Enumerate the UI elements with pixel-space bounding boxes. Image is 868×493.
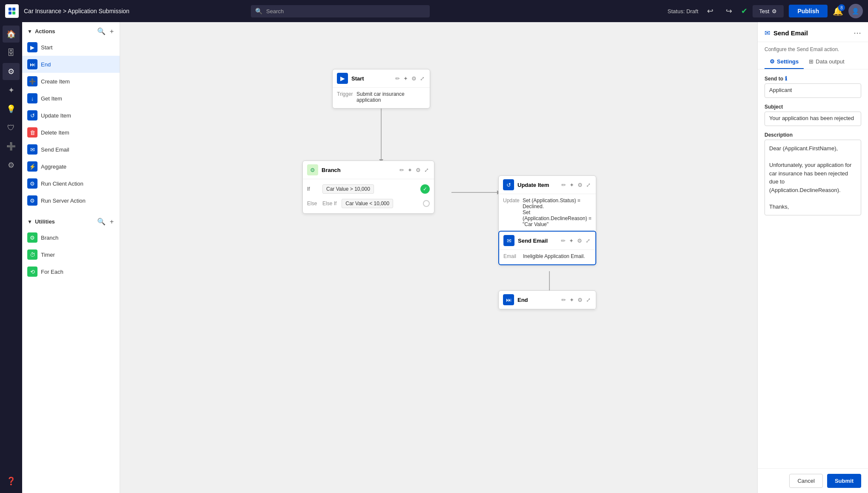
branch-node[interactable]: ⚙ Branch ✏ ✦ ⚙ ⤢ If Car Value > 10,000 ✓ xyxy=(302,161,434,214)
update-node-icon: ↺ xyxy=(503,179,514,190)
start-cross-btn[interactable]: ✦ xyxy=(402,75,409,83)
send-email-node[interactable]: ✉ Send Email ✏ ✦ ⚙ ⤢ Email Ineligible Ap… xyxy=(498,231,596,265)
canvas-area[interactable]: ▶ Start ✏ ✦ ⚙ ⤢ Trigger Submit car insur… xyxy=(120,22,757,493)
search-container: 🔍 xyxy=(251,5,430,17)
notifications-button[interactable]: 🔔 8 xyxy=(833,6,843,16)
update-value1: Set (Application.Status) = Declined. xyxy=(523,198,592,209)
sidebar-item-end-label: End xyxy=(41,61,51,68)
actions-section-title: Actions xyxy=(35,28,94,34)
search-input[interactable] xyxy=(251,5,430,17)
description-value[interactable]: Dear (Applicant.FirstName), Unfortunatel… xyxy=(765,140,861,215)
end-cross-btn[interactable]: ✦ xyxy=(569,296,575,304)
branch-edit-btn[interactable]: ✏ xyxy=(399,166,405,174)
rail-ai[interactable]: ✦ xyxy=(3,82,20,99)
start-node-body: Trigger Submit car insurance application xyxy=(333,88,430,108)
sidebar-item-delete-item[interactable]: 🗑 Delete Item xyxy=(22,124,120,141)
send-email-edit-btn[interactable]: ✏ xyxy=(560,237,566,245)
sidebar-item-run-client[interactable]: ⚙ Run Client Action xyxy=(22,175,120,192)
send-to-value[interactable]: Applicant xyxy=(765,83,861,98)
sidebar-item-timer[interactable]: ⏱ Timer xyxy=(22,246,120,263)
sidebar-item-end[interactable]: ⏭ End xyxy=(22,56,120,73)
else-label: Else xyxy=(307,201,319,206)
sidebar-item-run-server[interactable]: ⚙ Run Server Action xyxy=(22,192,120,209)
send-to-info-icon[interactable]: ℹ xyxy=(785,75,787,82)
rail-home[interactable]: 🏠 xyxy=(3,26,20,43)
branch-check-icon: ✓ xyxy=(420,184,430,194)
sidebar-item-branch[interactable]: ⚙ Branch xyxy=(22,229,120,246)
tab-settings[interactable]: ⚙ Settings xyxy=(765,55,804,69)
rail-lightbulb[interactable]: 💡 xyxy=(3,100,20,118)
start-expand-btn[interactable]: ⤢ xyxy=(419,75,425,83)
actions-add-button[interactable]: + xyxy=(109,27,115,36)
test-label: Test xyxy=(759,8,770,14)
utilities-search-button[interactable]: 🔍 xyxy=(96,217,106,226)
branch-settings-btn[interactable]: ⚙ xyxy=(415,166,422,174)
sidebar-item-timer-label: Timer xyxy=(41,252,55,258)
start-settings-btn[interactable]: ⚙ xyxy=(411,75,417,83)
send-email-settings-btn[interactable]: ⚙ xyxy=(576,237,583,245)
tab-data-output[interactable]: ⊞ Data output xyxy=(804,55,849,69)
sidebar-item-send-email[interactable]: ✉ Send Email xyxy=(22,141,120,158)
send-email-node-actions: ✏ ✦ ⚙ ⤢ xyxy=(560,237,591,245)
sidebar-item-foreach[interactable]: ⟲ For Each xyxy=(22,263,120,280)
panel-menu-button[interactable]: ⋯ xyxy=(854,28,861,37)
branch-expand-btn[interactable]: ⤢ xyxy=(423,166,430,174)
redo-button[interactable]: ↪ xyxy=(722,4,736,18)
update-item-node[interactable]: ↺ Update Item ✏ ✦ ⚙ ⤢ Update Set (Applic… xyxy=(498,175,596,233)
sidebar-item-start[interactable]: ▶ Start xyxy=(22,39,120,56)
topbar: Car Insurance > Application Submission 🔍… xyxy=(0,0,868,22)
rail-database[interactable]: 🗄 xyxy=(3,44,20,61)
get-item-icon: ↓ xyxy=(27,93,37,103)
submit-button[interactable]: Submit xyxy=(827,474,861,488)
update-cross-btn[interactable]: ✦ xyxy=(569,181,575,189)
panel-email-icon: ✉ xyxy=(765,29,770,37)
actions-chevron[interactable]: ▼ xyxy=(27,29,32,34)
rail-settings[interactable]: ⚙ xyxy=(3,157,20,174)
end-expand-btn[interactable]: ⤢ xyxy=(585,296,592,304)
sidebar-item-create-item[interactable]: ➕ Create Item xyxy=(22,73,120,90)
start-icon: ▶ xyxy=(27,42,37,52)
start-edit-btn[interactable]: ✏ xyxy=(394,75,401,83)
send-email-expand-btn[interactable]: ⤢ xyxy=(585,237,591,245)
subject-value[interactable]: Your application has been rejected xyxy=(765,112,861,126)
update-node-body: Update Set (Application.Status) = Declin… xyxy=(499,194,596,232)
sidebar-item-run-client-label: Run Client Action xyxy=(41,181,83,187)
end-node[interactable]: ⏭ End ✏ ✦ ⚙ ⤢ xyxy=(498,290,596,310)
update-edit-btn[interactable]: ✏ xyxy=(560,181,567,189)
undo-button[interactable]: ↩ xyxy=(704,4,717,18)
update-node-actions: ✏ ✦ ⚙ ⤢ xyxy=(560,181,592,189)
main-layout: 🏠 🗄 ⚙ ✦ 💡 🛡 ➕ ⚙ ❓ ▼ Actions 🔍 + ▶ Start … xyxy=(0,22,868,493)
update-settings-btn[interactable]: ⚙ xyxy=(577,181,583,189)
utilities-add-button[interactable]: + xyxy=(109,217,115,226)
send-email-cross-btn[interactable]: ✦ xyxy=(568,237,575,245)
utilities-chevron[interactable]: ▼ xyxy=(27,219,32,225)
sidebar-item-update-item[interactable]: ↺ Update Item xyxy=(22,107,120,124)
start-node[interactable]: ▶ Start ✏ ✦ ⚙ ⤢ Trigger Submit car insur… xyxy=(332,69,430,109)
sidebar-item-get-item[interactable]: ↓ Get Item xyxy=(22,90,120,107)
cancel-button[interactable]: Cancel xyxy=(789,474,822,488)
app-logo[interactable] xyxy=(5,4,19,18)
end-settings-btn[interactable]: ⚙ xyxy=(577,296,583,304)
end-node-icon: ⏭ xyxy=(503,294,514,305)
check-icon: ✔ xyxy=(741,6,747,16)
sidebar-item-aggregate[interactable]: ⚡ Aggregate xyxy=(22,158,120,175)
branch-cross-btn[interactable]: ✦ xyxy=(407,166,413,174)
branch-node-actions: ✏ ✦ ⚙ ⤢ xyxy=(399,166,430,174)
start-trigger-label: Trigger xyxy=(337,91,354,103)
description-label: Description xyxy=(765,132,861,138)
start-node-icon: ▶ xyxy=(337,73,348,84)
end-node-actions: ✏ ✦ ⚙ ⤢ xyxy=(560,296,592,304)
publish-button[interactable]: Publish xyxy=(789,5,828,17)
else-condition: Car Value < 10,000 xyxy=(342,199,393,208)
branch-node-header: ⚙ Branch ✏ ✦ ⚙ ⤢ xyxy=(303,161,434,179)
update-expand-btn[interactable]: ⤢ xyxy=(585,181,592,189)
search-icon: 🔍 xyxy=(255,8,262,14)
rail-shield[interactable]: 🛡 xyxy=(3,119,20,136)
test-button[interactable]: Test ⚙ xyxy=(753,5,784,17)
actions-search-button[interactable]: 🔍 xyxy=(96,26,106,36)
rail-help[interactable]: ❓ xyxy=(3,473,20,490)
end-edit-btn[interactable]: ✏ xyxy=(560,296,567,304)
user-avatar[interactable]: 👤 xyxy=(848,4,863,18)
rail-automation[interactable]: ⚙ xyxy=(3,63,20,80)
rail-add[interactable]: ➕ xyxy=(3,138,20,155)
